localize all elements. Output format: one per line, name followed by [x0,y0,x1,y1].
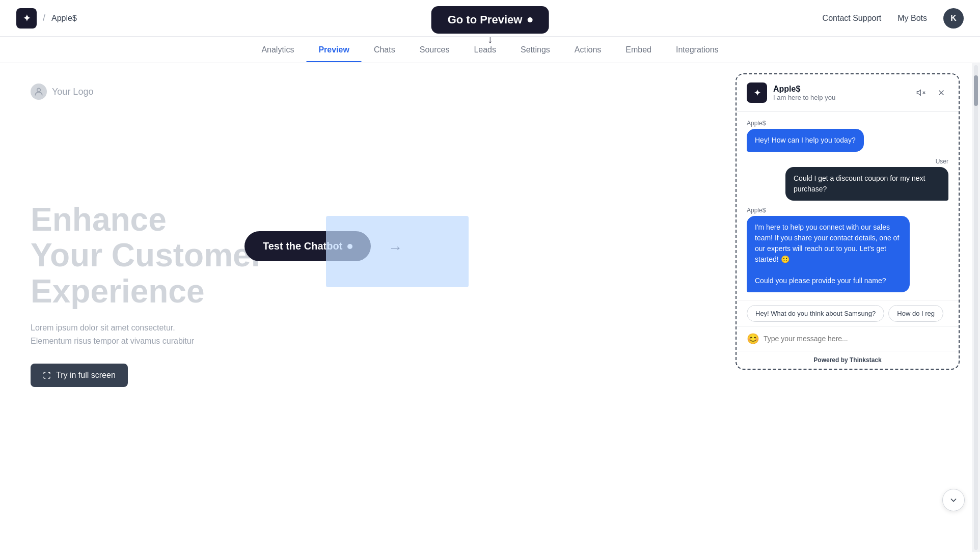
emoji-button[interactable]: 😊 [747,333,759,345]
chat-bot-avatar: ✦ [747,82,767,103]
your-logo: Your Logo [31,84,685,100]
scroll-down-button[interactable] [942,489,965,511]
app-logo-icon: ✦ [16,8,37,29]
header: ✦ / Apple$ Go to Preview ↓ Contact Suppo… [0,0,980,37]
chat-bot-status: I am here to help you [773,94,914,101]
chat-widget-header: ✦ Apple$ I am here to help you [737,74,959,112]
go-to-preview-dot [527,17,532,22]
tab-embed[interactable]: Embed [613,38,664,62]
your-logo-label: Your Logo [52,87,93,97]
quick-reply-1[interactable]: Hey! What do you think about Samsung? [747,305,884,322]
tab-analytics[interactable]: Analytics [249,38,306,62]
chat-bot-info: Apple$ I am here to help you [773,85,914,101]
chat-widget: ✦ Apple$ I am here to help you [736,73,960,370]
close-icon[interactable] [934,86,948,100]
breadcrumb-separator: / [43,13,45,23]
bot-message-group-1: Apple$ Hey! How can I help you today? [747,120,864,152]
chat-footer: Powered by Thinkstack [737,351,959,369]
tab-integrations[interactable]: Integrations [664,38,731,62]
bot-message-group-2: Apple$ I'm here to help you connect with… [747,207,910,292]
main-content: Your Logo Test the Chatbot → Enhance You… [0,63,980,552]
fullscreen-label: Try in full screen [56,371,116,380]
tab-leads[interactable]: Leads [461,38,508,62]
scrollbar-thumb [974,75,978,106]
svg-marker-1 [917,90,921,96]
avatar[interactable]: K [943,8,964,29]
scrollbar-track [974,65,978,550]
logo-placeholder-icon [31,84,47,100]
chat-messages: Apple$ Hey! How can I help you today? Us… [737,112,959,300]
decorative-block [326,216,469,287]
website-preview: Your Logo Test the Chatbot → Enhance You… [0,63,715,552]
chat-header-actions [914,86,948,100]
app-name: Apple$ [51,14,77,23]
user-message-1: Could I get a discount coupon for my nex… [785,167,948,201]
tab-chats[interactable]: Chats [362,38,407,62]
tab-actions[interactable]: Actions [562,38,613,62]
chat-bot-name: Apple$ [773,85,914,94]
svg-point-0 [37,88,41,92]
go-to-preview-button[interactable]: Go to Preview [431,6,549,34]
logo-area: ✦ / Apple$ [16,8,77,29]
bot-message-2: I'm here to help you connect with our sa… [747,216,910,292]
user-message-group-1: User Could I get a discount coupon for m… [785,158,948,201]
quick-reply-2[interactable]: How do I reg [888,305,943,322]
contact-support-link[interactable]: Contact Support [823,14,882,23]
header-right: Contact Support My Bots K [823,8,964,29]
bot-sender-label-1: Apple$ [747,120,766,127]
tab-settings[interactable]: Settings [508,38,562,62]
quick-replies: Hey! What do you think about Samsung? Ho… [737,300,959,326]
powered-by-text: Powered by [813,356,850,364]
chatbot-area: ✦ Apple$ I am here to help you [715,63,980,552]
go-to-preview-label: Go to Preview [448,13,523,26]
my-bots-link[interactable]: My Bots [897,14,927,23]
powered-by-brand: Thinkstack [850,356,882,364]
chat-input-area: 😊 [737,326,959,351]
fullscreen-button[interactable]: Try in full screen [31,364,128,387]
bot-message-1: Hey! How can I help you today? [747,129,864,152]
enhance-description: Lorem ipsum dolor sit amet consectetur.E… [31,321,685,347]
user-sender-label-1: User [936,158,948,165]
scrollbar[interactable] [972,63,980,552]
chat-input[interactable] [764,335,948,343]
bot-sender-label-2: Apple$ [747,207,766,214]
tab-preview[interactable]: Preview [306,38,361,62]
mute-icon[interactable] [914,86,928,100]
tab-sources[interactable]: Sources [407,38,462,62]
navigation: Analytics Preview Chats Sources Leads Se… [0,37,980,63]
